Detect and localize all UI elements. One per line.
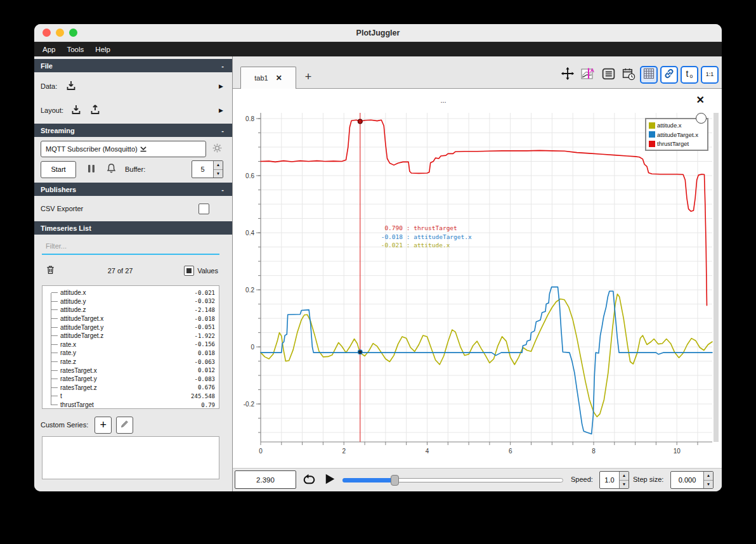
timeseries-row[interactable]: attitudeTarget.z-1.922 [46,332,215,340]
timeseries-row[interactable]: attitude.z-2.148 [46,306,215,314]
timeline-slider[interactable] [342,477,563,484]
timeseries-row[interactable]: rate.y0.018 [46,349,215,358]
menu-item-help[interactable]: Help [89,44,116,55]
pan-zoom-button[interactable] [559,66,577,84]
section-header-timeseries[interactable]: Timeseries List [34,221,232,235]
values-label: Values [197,267,218,275]
save-layout-button[interactable] [89,103,101,118]
menu-item-app[interactable]: App [37,44,61,55]
loop-button[interactable] [301,472,317,489]
data-menu-arrow[interactable]: ▶ [219,83,223,89]
svg-text:0.4: 0.4 [245,230,254,236]
delete-series-button[interactable] [44,264,56,278]
add-custom-series-button[interactable]: + [94,417,112,434]
spin-down-button[interactable]: ▼ [214,170,223,178]
speed-spinbox[interactable]: 1.0 ▲▼ [599,471,629,489]
series-value: -2.148 [194,307,215,313]
series-value: -0.156 [194,341,215,347]
section-header-publishers[interactable]: Publishers - [34,183,232,196]
upload-icon [89,103,101,118]
timeseries-row[interactable]: attitude.x-0.021 [46,288,215,297]
svg-text:8: 8 [592,448,596,455]
step-size-spinbox[interactable]: 0.000 ▲▼ [670,471,714,489]
load-layout-button[interactable] [70,103,82,118]
grid-layout-button[interactable] [640,66,658,84]
buffer-label: Buffer: [125,165,145,173]
series-name: attitude.x [58,289,86,296]
timeseries-row[interactable]: thrustTarget0.79 [46,401,215,409]
timeseries-row[interactable]: attitude.y-0.032 [46,297,215,306]
timeseries-row[interactable]: t245.548 [46,392,215,401]
spin-down-button[interactable]: ▼ [620,481,629,489]
file-section-title: File [41,62,53,70]
plot-close-button[interactable]: ✕ [696,95,705,105]
svg-text:4: 4 [426,448,429,455]
gear-icon [211,142,223,156]
legend-handle-icon[interactable] [696,113,707,124]
section-header-streaming[interactable]: Streaming - [34,124,232,137]
close-window-button[interactable] [42,29,51,37]
series-name: rate.x [58,341,76,348]
slider-handle[interactable] [391,475,399,486]
notifications-button[interactable] [105,162,117,176]
filter-input[interactable] [42,238,219,254]
tree-connector [51,370,58,371]
streaming-source-row: MQTT Subscriber (Mosquitto) [34,141,232,157]
custom-series-list[interactable] [42,436,219,479]
timeseries-row[interactable]: rate.z-0.063 [46,358,215,366]
maximize-window-button[interactable] [69,29,77,37]
timeseries-row[interactable]: attitudeTarget.x-0.018 [46,314,215,323]
box-zoom-button[interactable]: A [579,66,597,84]
csv-exporter-checkbox[interactable] [199,204,209,214]
section-header-file[interactable]: File - [34,59,232,72]
series-value: -0.032 [194,298,215,304]
spin-up-button[interactable]: ▲ [704,472,713,481]
pause-button[interactable] [86,163,96,176]
spin-up-button[interactable]: ▲ [620,472,629,481]
spin-down-button[interactable]: ▼ [704,481,713,489]
pencil-icon [119,418,130,431]
timeseries-list[interactable]: attitude.x-0.021attitude.y-0.032attitude… [42,285,219,409]
tree-guide-line [51,293,51,405]
timeseries-row[interactable]: ratesTarget.z0.676 [46,384,215,392]
buffer-spinbox[interactable]: 5 ▲ ▼ [192,160,223,178]
timeseries-row[interactable]: attitudeTarget.y-0.051 [46,323,215,332]
plot-workspace: tab1 ✕ + A [233,56,722,491]
menu-item-tools[interactable]: Tools [61,44,89,55]
bell-icon [105,162,117,176]
spin-up-button[interactable]: ▲ [214,161,223,170]
layout-menu-arrow[interactable]: ▶ [219,107,223,113]
legend-entry[interactable]: attitudeTarget.x [649,131,705,138]
link-axes-button[interactable] [660,66,678,84]
timeseries-row[interactable]: rate.x-0.156 [46,340,215,349]
svg-text:6: 6 [509,448,512,455]
svg-text:0.6: 0.6 [245,172,254,179]
ratio-1-1-button[interactable]: 1:1 [701,66,719,84]
edit-custom-series-button[interactable] [116,417,133,434]
time-offset-button[interactable]: to [681,66,698,84]
svg-text:o: o [690,73,693,79]
legend-entry[interactable]: thrustTarget [649,140,705,147]
legend-entry[interactable]: attitude.x [649,122,705,129]
datetime-button[interactable] [620,66,637,84]
minimize-window-button[interactable] [56,29,64,37]
timeseries-row[interactable]: ratesTarget.x0.012 [46,366,215,375]
tab-close-icon[interactable]: ✕ [276,74,282,82]
tree-connector [51,292,58,293]
add-tab-button[interactable]: + [301,70,315,83]
series-name: attitudeTarget.z [58,332,103,339]
start-button[interactable]: Start [41,161,76,178]
timeseries-row[interactable]: ratesTarget.y-0.083 [46,375,215,384]
play-button[interactable] [322,472,337,488]
values-checkbox[interactable] [184,266,194,276]
time-field[interactable]: 2.390 [235,470,296,489]
title-bar[interactable]: PlotJuggler [34,24,722,42]
load-data-button[interactable] [65,79,77,94]
plot-pane: 02468100.80.60.40.20-0.2 ... ✕ attitude.… [233,89,722,468]
main-content: File - Data: ▶ Layout: [34,56,722,491]
curve-list-button[interactable] [599,66,617,84]
tab-tab1[interactable]: tab1 ✕ [240,67,296,89]
data-row: Data: ▶ [34,75,232,97]
streaming-settings-button[interactable] [211,142,223,156]
streaming-source-select[interactable]: MQTT Subscriber (Mosquitto) [41,141,206,157]
